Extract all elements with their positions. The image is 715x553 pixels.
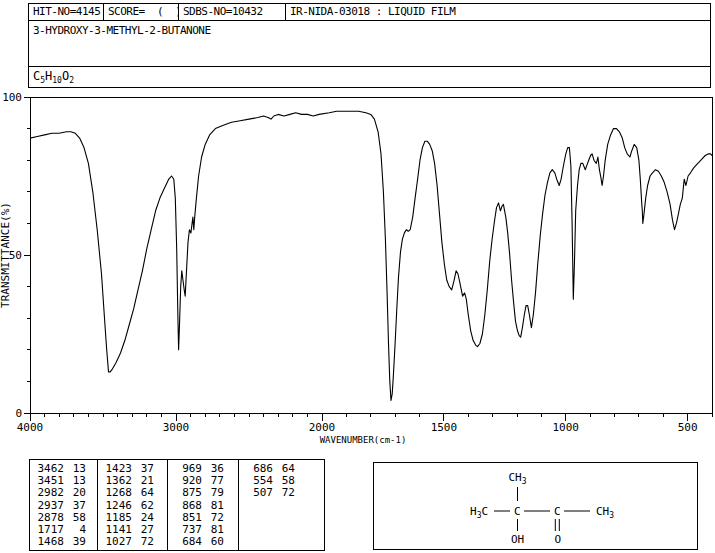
- x-tick-label: 2000: [309, 421, 336, 434]
- structure-label-hydroxyl: OH: [511, 533, 524, 546]
- structure-box: CH3 H3C C C CH3 OH O: [373, 462, 698, 550]
- peak-wavenumber: 2937: [30, 500, 64, 512]
- peak-row: 146839: [30, 536, 97, 548]
- spectrum-id-field: IR-NIDA-03018 : LIQUID FILM: [286, 4, 710, 20]
- peak-row: 73781: [168, 524, 238, 536]
- peak-intensity: 79: [202, 487, 224, 499]
- peak-wavenumber: 875: [168, 487, 202, 499]
- peak-table-column-4: 686645545850772: [239, 460, 324, 550]
- peak-wavenumber: 1268: [98, 487, 132, 499]
- peak-wavenumber: 1027: [98, 536, 132, 548]
- peak-row: 86881: [168, 500, 238, 512]
- peak-row: 92077: [168, 475, 238, 487]
- score-field: SCORE= ( ): [104, 4, 179, 20]
- x-axis-title: WAVENUMBER(cm-1): [320, 435, 407, 445]
- spectrum-curve: [30, 111, 712, 400]
- peak-intensity: 62: [132, 500, 154, 512]
- peak-row: 124662: [98, 500, 167, 512]
- plot-frame: [30, 97, 712, 413]
- peak-row: 298220: [30, 487, 97, 499]
- x-tick-label: 3000: [163, 421, 190, 434]
- sdbs-no-field: SDBS-NO=10432: [179, 4, 286, 20]
- peak-intensity: 37: [64, 500, 86, 512]
- peak-table-column-3: 96936920778757986881851727378168460: [168, 460, 239, 550]
- peak-row: 68460: [168, 536, 238, 548]
- peak-intensity: 72: [132, 536, 154, 548]
- structure-label-oxygen: O: [555, 533, 562, 546]
- peak-row: 87579: [168, 487, 238, 499]
- peak-table-column-2: 1423371362211268641246621185241141271027…: [98, 460, 168, 550]
- molecular-structure: CH3 H3C C C CH3 OH O: [374, 463, 697, 549]
- peak-intensity: 81: [202, 500, 224, 512]
- structure-label-c2: C: [554, 505, 561, 518]
- peak-wavenumber: 1246: [98, 500, 132, 512]
- y-axis-title: TRANSMITTANCE(%): [0, 202, 12, 308]
- peak-table: 3462133451132982202937372878581717414683…: [29, 459, 325, 551]
- peak-intensity: 39: [64, 536, 86, 548]
- y-tick-label: 50: [9, 249, 22, 262]
- peak-row: 293737: [30, 500, 97, 512]
- molecular-formula: C5H10O2: [29, 66, 710, 87]
- peak-intensity: 64: [132, 487, 154, 499]
- y-tick-label: 100: [2, 91, 22, 104]
- peak-intensity: 72: [273, 487, 295, 499]
- peak-wavenumber: 1468: [30, 536, 64, 548]
- structure-label-top-methyl: CH3: [509, 471, 527, 486]
- peak-row: 85172: [168, 512, 238, 524]
- x-tick-label: 4000: [17, 421, 44, 434]
- hit-no-field: HIT-NO=4145: [29, 4, 104, 20]
- peak-intensity: 60: [202, 536, 224, 548]
- header-box: HIT-NO=4145 SCORE= ( ) SDBS-NO=10432 IR-…: [28, 3, 711, 88]
- peak-intensity: 20: [64, 487, 86, 499]
- structure-label-left-methyl: H3C: [470, 505, 488, 520]
- x-tick-label: 1500: [431, 421, 458, 434]
- peak-wavenumber: 2982: [30, 487, 64, 499]
- compound-name: 3-HYDROXY-3-METHYL-2-BUTANONE: [29, 21, 710, 66]
- peak-row: 102772: [98, 536, 167, 548]
- structure-label-right-methyl: CH3: [596, 505, 614, 520]
- sdbs-ir-card: { "header": { "hit_no": "HIT-NO=4145", "…: [0, 0, 715, 553]
- structure-label-c1: C: [514, 505, 521, 518]
- header-row: HIT-NO=4145 SCORE= ( ) SDBS-NO=10432 IR-…: [29, 4, 710, 21]
- peak-wavenumber: 507: [239, 487, 273, 499]
- peak-row: 50772: [239, 487, 324, 499]
- peak-table-column-1: 3462133451132982202937372878581717414683…: [30, 460, 98, 550]
- x-tick-label: 1000: [553, 421, 580, 434]
- peak-wavenumber: 868: [168, 500, 202, 512]
- x-tick-label: 500: [678, 421, 698, 434]
- y-tick-label: 0: [15, 407, 22, 420]
- peak-wavenumber: 684: [168, 536, 202, 548]
- peak-row: 126864: [98, 487, 167, 499]
- peak-row: 96936: [168, 463, 238, 475]
